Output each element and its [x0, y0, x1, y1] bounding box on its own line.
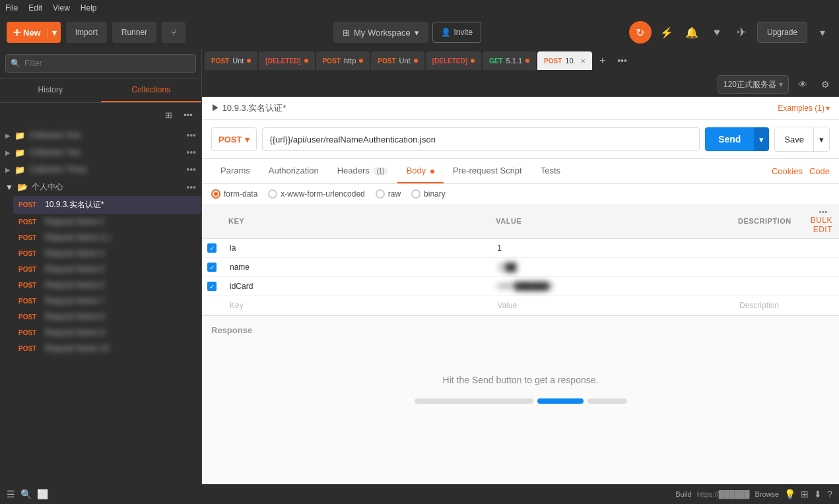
list-item[interactable]: POST 10.9.3.实名认证*	[13, 196, 201, 214]
collection-more-icon[interactable]: •••	[186, 147, 196, 158]
list-item[interactable]: POST Request Name 3 ▷	[13, 230, 201, 245]
personal-group-header[interactable]: ▼ 📂 个人中心 •••	[0, 178, 201, 196]
collection-more-icon[interactable]: •••	[186, 130, 196, 141]
tab-close-icon[interactable]: ✕	[580, 57, 586, 65]
value-input[interactable]	[494, 242, 726, 254]
tab-params[interactable]: Params	[211, 159, 259, 183]
radio-binary[interactable]: binary	[411, 189, 446, 199]
radio-urlencoded[interactable]: x-www-form-urlencoded	[268, 189, 364, 199]
sidebar-add-button[interactable]: ⊞	[160, 107, 176, 123]
request-tab-active[interactable]: POST 10. ✕	[537, 51, 592, 70]
collection-more-icon[interactable]: •••	[186, 164, 196, 175]
sidebar-more-button[interactable]: •••	[180, 107, 196, 123]
key-input[interactable]	[227, 280, 484, 292]
search-input[interactable]	[5, 54, 196, 73]
eye-button[interactable]: 👁	[794, 76, 811, 93]
method-select[interactable]: POST ▾	[211, 127, 257, 151]
menu-help[interactable]: Help	[81, 3, 97, 13]
collection-item[interactable]: ▶ 📁 Collection Three •••	[0, 161, 201, 178]
bulk-edit-button[interactable]: Bulk Edit	[811, 216, 832, 234]
upgrade-arrow-button[interactable]: ▾	[813, 22, 832, 42]
desc-input[interactable]	[737, 242, 794, 254]
new-value-input[interactable]	[494, 299, 726, 311]
new-button-arrow[interactable]: ▾	[48, 28, 61, 38]
collection-item[interactable]: ▶ 📁 Collection One •••	[0, 127, 201, 144]
row-checkbox[interactable]: ✓	[202, 277, 222, 296]
menu-edit[interactable]: Edit	[28, 3, 42, 13]
list-item[interactable]: POST Request Name 6	[13, 277, 201, 293]
tab-body[interactable]: Body	[397, 159, 444, 183]
search-bottom-icon[interactable]: 🔍	[20, 489, 32, 499]
lightbulb-icon[interactable]: 💡	[784, 489, 795, 499]
download-icon[interactable]: ⬇	[814, 489, 822, 499]
value-input[interactable]	[494, 280, 726, 292]
request-tab[interactable]: [DELETED]	[259, 51, 314, 70]
radio-raw[interactable]: raw	[376, 189, 401, 199]
console-icon[interactable]: ⬜	[37, 489, 48, 499]
tab-authorization[interactable]: Authorization	[259, 159, 328, 183]
new-button-group[interactable]: ✛New ▾	[7, 22, 61, 43]
list-item[interactable]: POST Request Name 4	[13, 245, 201, 261]
sidebar-tab-collections[interactable]: Collections	[101, 79, 202, 102]
upgrade-button[interactable]: Upgrade	[757, 22, 807, 43]
fork-button[interactable]: ⑂	[162, 22, 185, 43]
list-item[interactable]: POST Request Name 5	[13, 261, 201, 277]
workspace-selector[interactable]: ⊞ My Workspace ▾	[333, 22, 428, 43]
value-input[interactable]	[494, 261, 726, 273]
request-tab[interactable]: POST Unt	[205, 51, 257, 70]
list-item[interactable]: POST Request Name 8	[13, 309, 201, 325]
list-item[interactable]: POST Request Name 2	[13, 214, 201, 230]
request-tab[interactable]: POST Unt	[371, 51, 424, 70]
menu-file[interactable]: File	[5, 3, 18, 13]
group-more-icon[interactable]: •••	[186, 182, 196, 193]
list-item[interactable]: POST Request Name 10	[13, 340, 201, 356]
send-arrow-button[interactable]: ▾	[754, 127, 769, 151]
request-tab[interactable]: [DELETED]	[426, 51, 481, 70]
tab-more-button[interactable]: •••	[613, 51, 632, 70]
lightning-button[interactable]: ⚡	[657, 22, 677, 42]
radio-form-data[interactable]: form-data	[211, 189, 257, 199]
request-tab[interactable]: POST http	[316, 51, 370, 70]
url-input[interactable]	[262, 127, 700, 151]
list-item[interactable]: POST Request Name 9	[13, 325, 201, 340]
desc-input[interactable]	[737, 280, 794, 292]
collection-item[interactable]: ▶ 📁 Collection Two •••	[0, 144, 201, 161]
save-button[interactable]: Save	[775, 127, 814, 151]
key-input[interactable]	[227, 242, 484, 254]
help-icon[interactable]: ?	[827, 489, 832, 499]
code-link[interactable]: Code	[809, 166, 830, 176]
examples-link[interactable]: Examples (1) ▾	[778, 104, 830, 113]
key-input[interactable]	[227, 261, 484, 273]
tab-pre-script[interactable]: Pre-request Script	[444, 159, 531, 183]
tab-add-button[interactable]: +	[593, 51, 612, 70]
settings-gear-button[interactable]: ⚙	[817, 76, 834, 93]
heart-button[interactable]: ♥	[707, 22, 727, 42]
table-more-icon[interactable]: •••	[819, 208, 828, 216]
new-key-input[interactable]	[227, 299, 484, 311]
tab-tests[interactable]: Tests	[531, 159, 570, 183]
menu-view[interactable]: View	[53, 3, 70, 13]
browse-label[interactable]: Browse	[755, 490, 780, 498]
save-arrow-button[interactable]: ▾	[814, 127, 829, 151]
send-button[interactable]: Send	[705, 127, 754, 151]
list-item[interactable]: POST Request Name 7	[13, 293, 201, 309]
row-checkbox[interactable]: ✓	[202, 239, 222, 258]
notification-button[interactable]: 🔔	[682, 22, 702, 42]
sidebar-tab-history[interactable]: History	[0, 79, 101, 102]
sync-button[interactable]: ↻	[629, 21, 652, 44]
import-button[interactable]: Import	[66, 22, 107, 43]
server-selector[interactable]: 120正式服务器 ▾	[718, 75, 789, 94]
new-button-main[interactable]: ✛New	[7, 28, 48, 38]
sidebar-toggle-icon[interactable]: ☰	[7, 489, 15, 499]
row-checkbox[interactable]: ✓	[202, 258, 222, 277]
new-desc-input[interactable]	[737, 299, 794, 311]
layout-icon[interactable]: ⊞	[801, 489, 809, 499]
runner-button[interactable]: Runner	[112, 22, 156, 43]
cookies-link[interactable]: Cookies	[772, 166, 803, 176]
tab-headers[interactable]: Headers (1)	[328, 159, 397, 183]
desc-input[interactable]	[737, 261, 794, 273]
build-label[interactable]: Build	[675, 490, 691, 498]
request-tab[interactable]: GET 5.1.1	[483, 51, 536, 70]
invite-button[interactable]: 👤 Invite	[432, 22, 481, 43]
settings-button[interactable]: ✈	[732, 22, 752, 42]
